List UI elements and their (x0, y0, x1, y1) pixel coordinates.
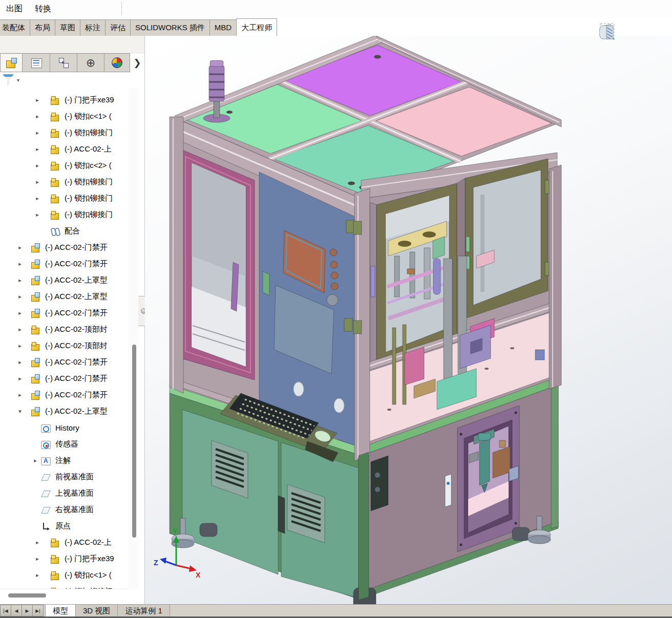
panel-expand-chevron[interactable]: ❯ (130, 53, 145, 72)
tree-item[interactable]: 原点 (0, 518, 129, 534)
tree-item[interactable]: 前视基准面 (0, 468, 129, 485)
ribbon-tab[interactable]: MBD (209, 19, 237, 36)
tree-expand-arrow[interactable]: ▸ (16, 359, 24, 366)
tab-nav-button[interactable]: ▶ (22, 605, 33, 616)
panel-handle[interactable] (263, 271, 269, 295)
tree-item-label: (-) 锁扣铆接门 (65, 210, 113, 220)
tree-expand-arrow[interactable]: ▾ (16, 408, 24, 415)
tree-item[interactable]: ▸ (-) 锁扣c<2> ( (0, 157, 129, 174)
tree-item-icon (31, 276, 40, 285)
tree-item[interactable]: ▸ (-) 锁扣铆接门 (0, 174, 129, 190)
tab-feature-tree[interactable] (0, 53, 23, 72)
ribbon-tab[interactable]: 评估 (105, 19, 131, 36)
tab-dimxpert-manager[interactable]: ⊕ (77, 53, 104, 72)
tree-item[interactable]: ▸ (-) ACC-02-门禁开 (0, 370, 129, 387)
tree-item[interactable]: ▸ (-) 锁扣铆接门 (0, 124, 129, 141)
tree-expand-arrow[interactable]: ▸ (34, 179, 41, 185)
tree-item[interactable]: 右视基准面 (0, 501, 129, 518)
tree-expand-arrow[interactable]: ▸ (34, 539, 41, 546)
tree-expand-arrow[interactable]: ▸ (34, 572, 41, 579)
document-tab[interactable]: 模型 (45, 605, 76, 616)
tree-item[interactable]: ▸ (-) 锁扣铆接门 (0, 190, 129, 206)
tree-item[interactable]: ▸ (-) ACC-02-上罩型 (0, 288, 129, 305)
tree-item[interactable]: ▸ (-) ACC-02-门禁开 (0, 354, 129, 370)
tab-nav-button[interactable]: ▶| (32, 605, 44, 616)
panel-button[interactable] (330, 249, 337, 256)
vertical-scroll-thumb[interactable] (132, 345, 136, 538)
tree-item[interactable]: ▸ (-) ACC-02-顶部封 (0, 321, 129, 337)
pneumatics-door[interactable] (457, 406, 519, 552)
tree-expand-arrow[interactable]: ▸ (34, 556, 41, 562)
menu-item[interactable]: 转换 (29, 0, 57, 14)
panel-button[interactable] (331, 283, 338, 290)
tree-item[interactable]: ▸ (-) ACC-02-上 (0, 141, 129, 157)
tree-item[interactable]: ▸ (-) 门把手xe39 (0, 92, 129, 108)
window-handle[interactable] (466, 237, 470, 252)
feature-tree: ▸ (-) 门把手xe39 ▸ (-) 锁扣c<1> ( ▸ (-) 锁扣铆接门… (0, 88, 129, 589)
tree-item[interactable]: ▸ (-) ACC-02-顶部封 (0, 337, 129, 354)
tree-expand-arrow[interactable]: ▸ (34, 195, 41, 202)
tree-expand-arrow[interactable]: ▸ (32, 457, 39, 464)
tree-expand-arrow[interactable]: ▸ (34, 97, 41, 103)
ribbon-tab[interactable]: 草图 (55, 19, 80, 36)
tree-item-icon (41, 489, 50, 498)
tree-item[interactable]: 传感器 (0, 436, 129, 452)
tab-configuration-manager[interactable] (50, 53, 77, 72)
tree-item[interactable]: ▸ (-) 门把手xe39 (0, 550, 129, 567)
panel-button[interactable] (331, 272, 338, 279)
tree-expand-arrow[interactable]: ▸ (16, 261, 24, 267)
tab-nav-button[interactable]: ◀ (11, 605, 22, 616)
tree-item[interactable]: ▸ (-) ACC-02-门禁开 (0, 239, 129, 255)
base-door-handle[interactable] (278, 496, 285, 534)
tree-expand-arrow[interactable]: ▸ (16, 343, 24, 349)
ribbon-tab[interactable]: 大工程师 (236, 18, 277, 36)
tree-item[interactable]: 配合 (0, 223, 129, 239)
tree-item[interactable]: ▸ (-) 锁扣c<1> ( (0, 567, 129, 583)
tree-item[interactable]: History (0, 419, 129, 436)
tab-display-manager[interactable] (104, 53, 130, 72)
tree-expand-arrow[interactable]: ▸ (16, 244, 24, 251)
tree-item[interactable]: ▸ (-) ACC-02-门禁开 (0, 255, 129, 272)
ribbon-tab[interactable]: 布局 (30, 19, 55, 36)
tree-vertical-scrollbar[interactable] (129, 88, 138, 589)
tree-horizontal-scrollbar[interactable] (0, 589, 129, 604)
filter-caret-icon[interactable]: ▾ (17, 77, 19, 83)
document-tab[interactable]: 3D 视图 (76, 605, 118, 616)
tab-property-manager[interactable] (22, 53, 50, 72)
ribbon-tab[interactable]: 标注 (80, 19, 106, 36)
tree-expand-arrow[interactable]: ▸ (16, 326, 24, 333)
tab-nav-button[interactable]: |◀ (0, 605, 11, 616)
panel-button[interactable] (330, 261, 338, 268)
tree-expand-arrow[interactable]: ▸ (34, 113, 41, 120)
tree-expand-arrow[interactable]: ▸ (34, 146, 41, 153)
tree-item[interactable]: ▸ (-) ACC-02-上 (0, 534, 129, 550)
tree-expand-arrow[interactable]: ▸ (16, 375, 24, 382)
panel-knob[interactable] (327, 294, 338, 306)
3d-viewport[interactable]: Y X Z (145, 36, 672, 604)
ribbon-tab[interactable]: SOLIDWORKS 插件 (130, 19, 210, 36)
filter-funnel-icon[interactable] (3, 74, 14, 86)
left-glass-door[interactable] (173, 150, 255, 380)
tree-item[interactable]: 上视基准面 (0, 485, 129, 501)
document-tab[interactable]: 运动算例 1 (118, 605, 170, 616)
tree-item[interactable]: ▸ (-) ACC-02-上罩型 (0, 272, 129, 288)
tree-item[interactable]: ▸ (-) ACC-02-门禁开 (0, 387, 129, 403)
tree-item[interactable]: ▸ 注解 (0, 452, 129, 468)
tree-expand-arrow[interactable]: ▸ (16, 392, 24, 398)
tree-item[interactable]: ▸ (-) 锁扣铆接门 (0, 206, 129, 223)
tree-expand-arrow[interactable]: ▸ (16, 310, 24, 316)
tree-expand-arrow[interactable]: ▸ (16, 277, 24, 284)
ribbon-tab[interactable]: 装配体 (0, 19, 30, 36)
tree-expand-arrow[interactable]: ▸ (34, 162, 41, 169)
tree-expand-arrow[interactable]: ▸ (34, 211, 41, 218)
base-door-handle[interactable] (445, 474, 451, 507)
menu-item[interactable]: 出图 (0, 0, 29, 14)
tree-item[interactable]: ▸ (-) 锁扣c<1> ( (0, 108, 129, 124)
tree-expand-arrow[interactable]: ▸ (16, 293, 24, 300)
tree-item[interactable]: ▾ (-) ACC-02-上罩型 (0, 403, 129, 419)
tree-item[interactable]: ▸ (-) ACC-02-门禁开 (0, 305, 129, 321)
tree-item[interactable]: ▸ (-) 锁扣铆接门 (0, 583, 129, 589)
horizontal-scroll-thumb[interactable] (8, 593, 46, 598)
tree-expand-arrow[interactable]: ▸ (34, 130, 41, 136)
tree-item-label: (-) 锁扣c<2> ( (65, 161, 112, 171)
